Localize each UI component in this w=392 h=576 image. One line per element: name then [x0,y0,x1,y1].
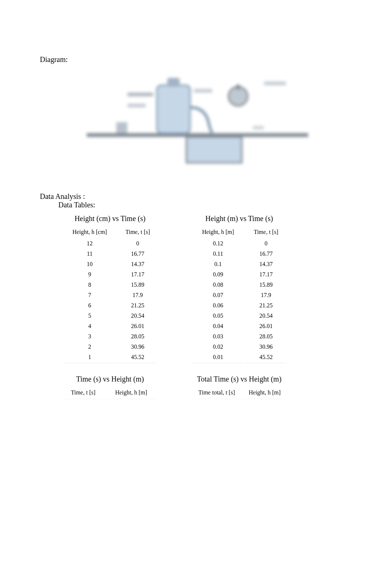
table3-col1: Time, t [s] [62,387,104,399]
table4-col1: Time total, t [s] [191,387,242,399]
cell-height: 0.05 [191,311,245,321]
table-total-time-vs-height: Total Time (s) vs Height (m) Time total,… [191,375,287,399]
tables-row-top: Height (cm) vs Time (s) Height, h [cm] T… [62,214,355,362]
table2-title: Height (m) vs Time (s) [191,214,287,223]
data-tables-heading: Data Tables: [58,201,355,209]
cell-height: 11 [62,249,117,259]
table-row: 0.1116.77 [191,249,287,259]
cell-height: 3 [62,331,117,342]
table-row: 145.52 [62,352,158,362]
svg-rect-6 [237,84,240,90]
cell-time: 28.05 [245,331,287,342]
table2-col1: Height, h [m] [191,227,245,238]
table-height-m-vs-time: Height (m) vs Time (s) Height, h [m] Tim… [191,214,287,362]
cell-time: 45.52 [245,352,287,362]
svg-rect-7 [127,93,153,96]
table-row: 0.0917.17 [191,269,287,280]
table-row: 717.9 [62,290,158,300]
cell-time: 26.01 [117,321,158,331]
cell-height: 12 [62,238,117,249]
table-row: 328.05 [62,331,158,342]
cell-time: 14.37 [117,259,158,269]
cell-time: 0 [245,238,287,249]
cell-time: 14.37 [245,259,287,269]
cell-time: 17.17 [245,269,287,280]
cell-time: 17.9 [245,290,287,300]
table2: Height, h [m] Time, t [s] 0.1200.1116.77… [191,227,287,362]
cell-time: 17.17 [117,269,158,280]
cell-height: 1 [62,352,117,362]
table1: Height, h [cm] Time, t [s] 1201116.77101… [62,227,158,362]
cell-height: 5 [62,311,117,321]
cell-time: 15.89 [245,280,287,290]
cell-height: 6 [62,300,117,311]
table4: Time total, t [s] Height, h [m] [191,387,287,399]
cell-height: 0.08 [191,280,245,290]
table-row: 621.25 [62,300,158,311]
cell-height: 0.1 [191,259,245,269]
cell-time: 30.96 [117,342,158,352]
cell-time: 0 [117,238,158,249]
table-height-cm-vs-time: Height (cm) vs Time (s) Height, h [cm] T… [62,214,158,362]
cell-time: 21.25 [117,300,158,311]
svg-rect-10 [264,82,286,85]
table-row: 917.17 [62,269,158,280]
cell-time: 30.96 [245,342,287,352]
cell-height: 0.07 [191,290,245,300]
table-row: 0.0328.05 [191,331,287,342]
data-analysis-heading: Data Analysis : [40,192,355,201]
svg-rect-8 [127,104,146,107]
table3: Time, t [s] Height, h [m] [62,387,158,399]
diagram-heading: Diagram: [40,55,355,64]
cell-height: 0.03 [191,331,245,342]
cell-height: 8 [62,280,117,290]
cell-time: 16.77 [117,249,158,259]
cell-height: 0.01 [191,352,245,362]
cell-time: 16.77 [245,249,287,259]
cell-height: 0.02 [191,342,245,352]
table1-title: Height (cm) vs Time (s) [62,214,158,223]
table-row: 0.0717.9 [191,290,287,300]
svg-rect-2 [116,122,127,133]
cell-height: 0.11 [191,249,245,259]
svg-rect-4 [167,78,180,87]
diagram-container [40,70,355,174]
table-row: 0.0145.52 [191,352,287,362]
cell-height: 7 [62,290,117,300]
cell-height: 0.09 [191,269,245,280]
svg-rect-1 [186,137,242,163]
cell-height: 0.06 [191,300,245,311]
table-row: 815.89 [62,280,158,290]
page-body: Diagram: Data Analysis : [0,0,392,473]
table3-col2: Height, h [m] [104,387,158,399]
tables-row-bottom: Time (s) vs Height (m) Time, t [s] Heigh… [62,375,355,399]
table-row: 0.120 [191,238,287,249]
cell-time: 21.25 [245,300,287,311]
table-row: 0.0621.25 [191,300,287,311]
cell-time: 15.89 [117,280,158,290]
table-row: 230.96 [62,342,158,352]
cell-height: 2 [62,342,117,352]
cell-height: 9 [62,269,117,280]
table-row: 1014.37 [62,259,158,269]
table-row: 1116.77 [62,249,158,259]
table-row: 0.114.37 [191,259,287,269]
cell-time: 17.9 [117,290,158,300]
svg-rect-11 [253,126,264,130]
table-time-vs-height: Time (s) vs Height (m) Time, t [s] Heigh… [62,375,158,399]
cell-time: 20.54 [117,311,158,321]
cell-time: 26.01 [245,321,287,331]
table2-col2: Time, t [s] [245,227,287,238]
svg-rect-9 [194,89,212,93]
cell-height: 10 [62,259,117,269]
table4-col2: Height, h [m] [242,387,287,399]
table-row: 0.0815.89 [191,280,287,290]
cell-height: 4 [62,321,117,331]
table-row: 520.54 [62,311,158,321]
table-row: 0.0520.54 [191,311,287,321]
table1-col2: Time, t [s] [117,227,158,238]
svg-rect-3 [157,85,190,133]
table-row: 426.01 [62,321,158,331]
cell-time: 28.05 [117,331,158,342]
cell-time: 20.54 [245,311,287,321]
